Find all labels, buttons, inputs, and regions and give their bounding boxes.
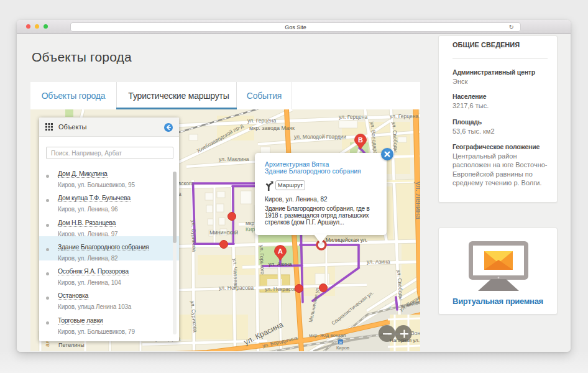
svg-text:Петелины: Петелины	[58, 342, 85, 348]
svg-text:мкр. завода Маяк: мкр. завода Маяк	[249, 125, 295, 131]
svg-text:ул. Сурикова: ул. Сурикова	[190, 220, 198, 252]
svg-text:Зона: Зона	[411, 330, 420, 336]
svg-text:Мининский: Мининский	[209, 229, 238, 236]
svg-text:Ж: Ж	[339, 341, 342, 344]
svg-text:ул. Молодой Гвардии: ул. Молодой Гвардии	[294, 134, 346, 140]
svg-text:ул. Герцена: ул. Герцена	[390, 113, 418, 119]
svg-text:ул. Горького: ул. Горького	[259, 245, 266, 275]
svg-text:ул. Ленина: ул. Ленина	[414, 182, 420, 219]
svg-text:ул. Азина: ул. Азина	[367, 259, 390, 265]
svg-text:Киров: Киров	[336, 345, 349, 351]
svg-text:Милицейская ул.: Милицейская ул.	[326, 237, 367, 243]
svg-text:B: B	[358, 136, 363, 144]
svg-text:A: A	[278, 247, 283, 255]
svg-text:ул. Герцена: ул. Герцена	[247, 117, 276, 124]
svg-text:ул. Чапаева: ул. Чапаева	[232, 259, 239, 288]
svg-text:Нагорная ул.: Нагорная ул.	[390, 338, 420, 343]
svg-text:ул. Маклина: ул. Маклина	[219, 156, 249, 162]
svg-text:ул. Некрасова: ул. Некрасова	[265, 286, 300, 292]
svg-text:ул. Герцена: ул. Герцена	[339, 114, 367, 120]
svg-text:ул. Азина: ул. Азина	[269, 261, 292, 267]
svg-text:мкр. Ж/д вокзал: мкр. Ж/д вокзал	[309, 333, 346, 338]
